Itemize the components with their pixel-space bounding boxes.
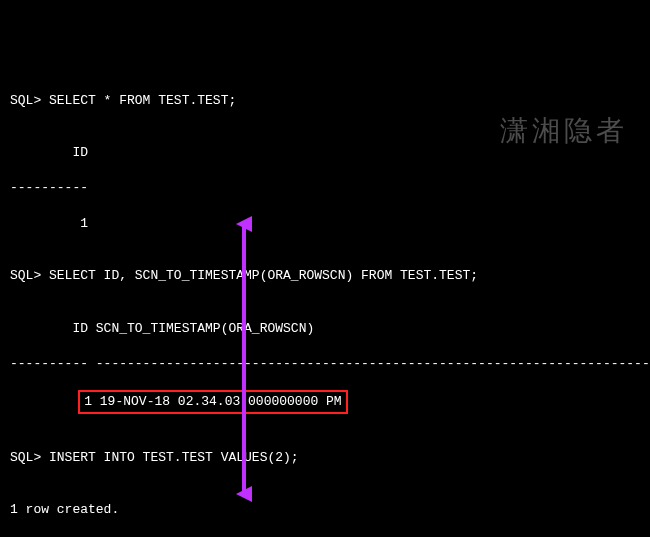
highlight-box-before: 1 19-NOV-18 02.34.03.000000000 PM [78,390,347,414]
result-row-highlighted: 1 19-NOV-18 02.34.03.000000000 PM [10,390,640,414]
column-header: ID SCN_TO_TIMESTAMP(ORA_ROWSCN) [10,320,640,338]
sql-line: SQL> SELECT * FROM TEST.TEST; [10,92,640,110]
result-row: 1 [10,215,640,233]
sql-line: SQL> SELECT ID, SCN_TO_TIMESTAMP(ORA_ROW… [10,267,640,285]
divider-line: ---------- [10,179,640,197]
column-header: ID [10,144,640,162]
terminal-output: SQL> SELECT * FROM TEST.TEST; ID -------… [10,74,640,537]
sql-line: SQL> INSERT INTO TEST.TEST VALUES(2); [10,449,640,467]
divider-line: ---------- -----------------------------… [10,355,640,373]
status-line: 1 row created. [10,501,640,519]
row-indent [10,394,80,409]
